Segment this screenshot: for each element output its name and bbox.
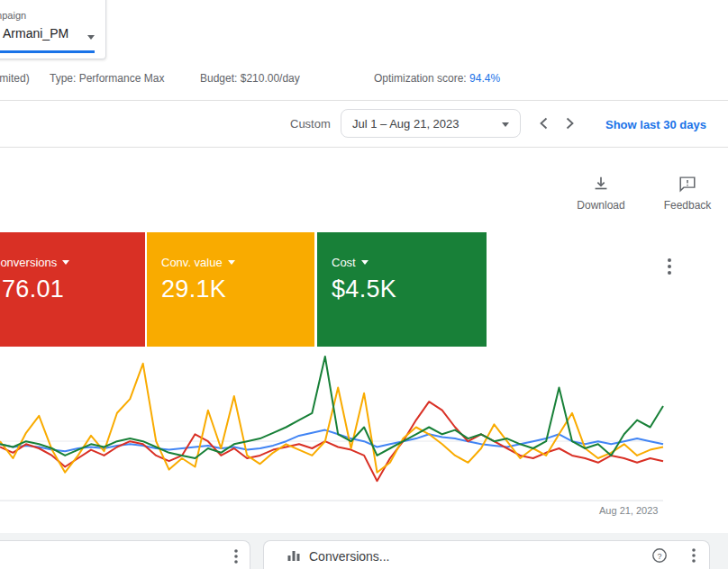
overview-chart[interactable] — [0, 349, 667, 504]
bottom-card-conversions[interactable]: Conversions... ? — [263, 540, 710, 569]
focus-underline — [0, 50, 95, 53]
scorecard-metric-selector[interactable]: Conversions — [0, 256, 69, 269]
bar-chart-icon — [286, 547, 302, 564]
chevron-down-icon[interactable] — [87, 35, 95, 40]
feedback-icon — [678, 184, 697, 196]
scorecard-label: Conversions — [0, 256, 57, 269]
campaign-status-bar: (Limited) Type: Performance Max Budget: … — [0, 72, 728, 88]
chevron-down-icon — [62, 260, 69, 265]
next-period-button[interactable] — [560, 114, 578, 132]
header-divider — [0, 100, 728, 101]
scorecard-value: 29.1K — [161, 275, 226, 303]
scorecard-label: Cost — [332, 256, 356, 269]
scorecard-cost[interactable]: Cost $4.5K — [317, 232, 487, 347]
help-icon[interactable]: ? — [651, 547, 668, 564]
google-ads-overview-page: Campaign Armani_PM (Limited) Type: Perfo… — [0, 0, 728, 569]
campaign-selector[interactable]: Campaign Armani_PM — [0, 0, 106, 59]
chart-end-date-label: Aug 21, 2023 — [599, 505, 658, 516]
card-menu-kebab-icon[interactable] — [230, 547, 242, 565]
svg-text:?: ? — [657, 552, 661, 561]
bottom-card-title: Conversions... — [309, 549, 389, 564]
optimization-score-value: 94.4% — [469, 72, 500, 85]
chevron-down-icon — [361, 260, 369, 265]
toolbar-divider — [0, 147, 728, 148]
feedback-button[interactable]: Feedback — [656, 174, 719, 212]
scorecard-conv-value[interactable]: Conv. value 29.1K — [147, 232, 314, 347]
overview-chart-svg — [0, 349, 667, 504]
download-label: Download — [569, 199, 632, 212]
scorecard-value: 76.01 — [2, 275, 64, 303]
campaign-selector-label: Campaign — [0, 10, 26, 21]
bottom-section-background: Conversions... ? — [0, 533, 728, 569]
date-range-value: Jul 1 – Aug 21, 2023 — [352, 117, 460, 131]
scorecard-label: Conv. value — [161, 256, 223, 269]
campaign-selector-value: Armani_PM — [3, 26, 68, 41]
scorecard-conversions[interactable]: Conversions 76.01 — [0, 232, 145, 347]
card-menu-kebab-icon[interactable] — [687, 546, 700, 564]
scorecard-metric-selector[interactable]: Conv. value — [161, 256, 235, 269]
scorecard-value: $4.5K — [332, 275, 396, 303]
show-last-30-days-link[interactable]: Show last 30 days — [605, 118, 706, 131]
download-icon — [591, 184, 611, 196]
bottom-card-left[interactable] — [0, 540, 250, 569]
campaign-type: Type: Performance Max — [50, 72, 164, 85]
campaign-status: (Limited) — [0, 72, 30, 85]
campaign-budget[interactable]: Budget: $210.00/day — [200, 72, 300, 85]
optimization-score-label: Optimization score: — [374, 72, 467, 85]
optimization-score[interactable]: Optimization score: 94.4% — [374, 72, 500, 85]
date-range-selector[interactable]: Jul 1 – Aug 21, 2023 — [341, 109, 521, 138]
download-button[interactable]: Download — [569, 174, 632, 212]
feedback-label: Feedback — [656, 199, 719, 212]
chevron-down-icon — [228, 260, 235, 265]
chevron-down-icon — [502, 122, 509, 127]
scorecard-metric-selector[interactable]: Cost — [332, 256, 369, 269]
date-mode-label: Custom — [290, 117, 331, 131]
chart-card-menu-kebab-icon[interactable] — [661, 256, 678, 277]
previous-period-button[interactable] — [535, 114, 553, 132]
